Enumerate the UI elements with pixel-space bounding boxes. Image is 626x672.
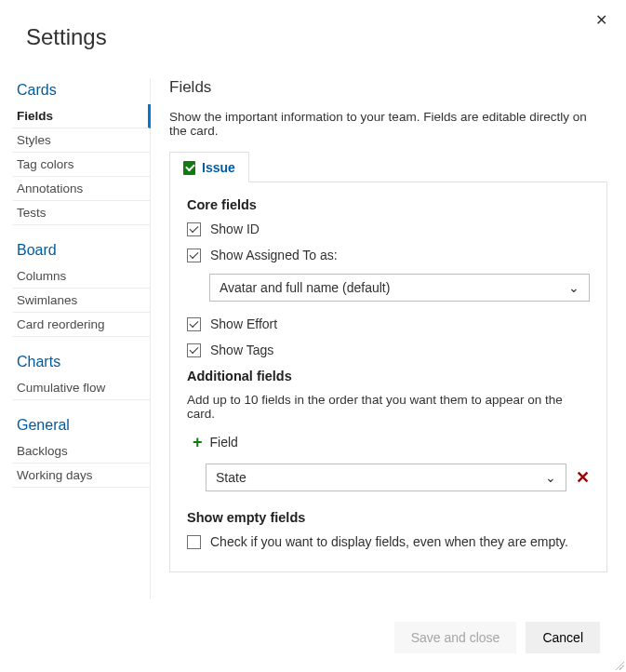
page-title: Settings	[26, 24, 626, 50]
sidebar-section-header: General	[13, 413, 150, 439]
sidebar-fields[interactable]: Fields	[13, 104, 151, 128]
resize-grip[interactable]	[613, 659, 624, 670]
issue-icon	[183, 161, 195, 175]
show-empty-heading: Show empty fields	[187, 510, 590, 525]
sidebar-annotations[interactable]: Annotations	[13, 177, 150, 201]
added-field-select[interactable]: State ⌄	[206, 464, 566, 491]
show-assigned-checkbox[interactable]	[187, 249, 201, 262]
sidebar-cumulative-flow[interactable]: Cumulative flow	[13, 376, 150, 400]
show-id-label: Show ID	[210, 222, 260, 236]
show-assigned-label: Show Assigned To as:	[210, 248, 338, 262]
tab-issue[interactable]: Issue	[169, 152, 249, 182]
sidebar-working-days[interactable]: Working days	[13, 464, 150, 488]
show-id-checkbox[interactable]	[187, 222, 201, 236]
sidebar: CardsFieldsStylesTag colorsAnnotationsTe…	[0, 78, 151, 599]
core-fields-heading: Core fields	[187, 197, 590, 212]
added-field-select-value: State	[216, 470, 246, 485]
add-field-label: Field	[210, 435, 238, 450]
sidebar-card-reordering[interactable]: Card reordering	[13, 313, 150, 337]
main-title: Fields	[169, 78, 607, 97]
sidebar-backlogs[interactable]: Backlogs	[13, 439, 150, 464]
tab-row: Issue	[169, 151, 607, 182]
show-effort-label: Show Effort	[210, 316, 277, 331]
show-tags-checkbox[interactable]	[187, 343, 201, 357]
cancel-button[interactable]: Cancel	[526, 622, 600, 653]
show-effort-checkbox[interactable]	[187, 317, 201, 331]
show-empty-checkbox[interactable]	[187, 535, 201, 549]
assigned-to-select-value: Avatar and full name (default)	[220, 280, 390, 295]
main-description: Show the important information to your t…	[169, 110, 607, 138]
footer: Save and close Cancel	[394, 622, 600, 653]
remove-field-icon[interactable]: ✕	[576, 467, 590, 488]
additional-fields-heading: Additional fields	[187, 369, 590, 383]
sidebar-section-header: Charts	[13, 350, 150, 376]
show-tags-label: Show Tags	[210, 343, 273, 357]
show-empty-label: Check if you want to display fields, eve…	[210, 534, 568, 549]
tab-issue-label: Issue	[202, 160, 235, 175]
sidebar-tests[interactable]: Tests	[13, 201, 150, 225]
sidebar-swimlanes[interactable]: Swimlanes	[13, 289, 150, 313]
chevron-down-icon: ⌄	[568, 280, 579, 295]
plus-icon: +	[193, 434, 203, 450]
sidebar-tag-colors[interactable]: Tag colors	[13, 153, 150, 177]
save-and-close-button[interactable]: Save and close	[394, 622, 517, 653]
main-panel: Fields Show the important information to…	[151, 78, 626, 599]
assigned-to-select[interactable]: Avatar and full name (default) ⌄	[209, 274, 590, 302]
add-field-button[interactable]: + Field	[193, 434, 238, 450]
sidebar-section-header: Cards	[13, 78, 150, 104]
additional-fields-subtext: Add up to 10 fields in the order that yo…	[187, 393, 590, 421]
tab-content: Core fields Show ID Show Assigned To as:…	[169, 182, 607, 572]
close-icon[interactable]: ✕	[595, 11, 607, 29]
chevron-down-icon: ⌄	[545, 470, 556, 485]
sidebar-section-header: Board	[13, 238, 150, 264]
sidebar-styles[interactable]: Styles	[13, 128, 150, 153]
sidebar-columns[interactable]: Columns	[13, 264, 150, 289]
